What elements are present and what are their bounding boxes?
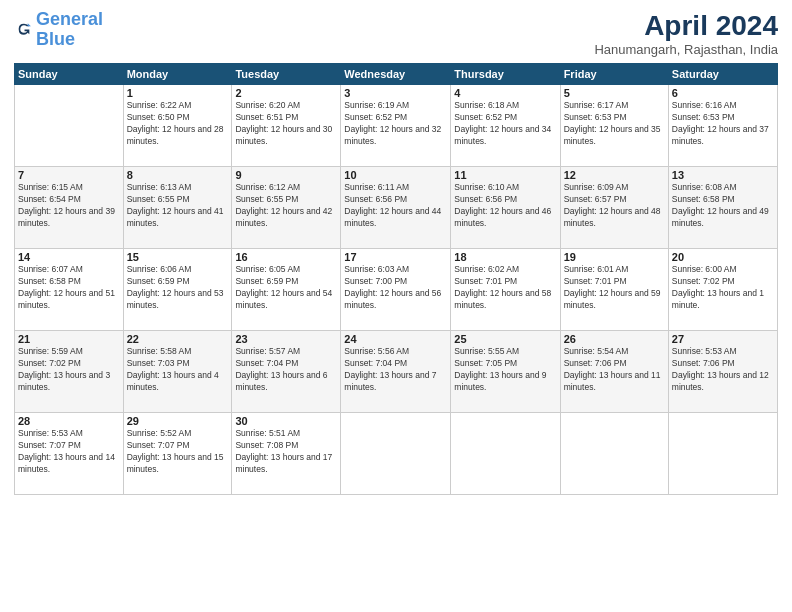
day-info: Sunrise: 6:18 AMSunset: 6:52 PMDaylight:… bbox=[454, 100, 556, 148]
day-info: Sunrise: 5:56 AMSunset: 7:04 PMDaylight:… bbox=[344, 346, 447, 394]
day-number: 28 bbox=[18, 415, 120, 427]
day-info: Sunrise: 5:57 AMSunset: 7:04 PMDaylight:… bbox=[235, 346, 337, 394]
day-info: Sunrise: 6:03 AMSunset: 7:00 PMDaylight:… bbox=[344, 264, 447, 312]
day-number: 8 bbox=[127, 169, 229, 181]
calendar-cell: 6Sunrise: 6:16 AMSunset: 6:53 PMDaylight… bbox=[668, 85, 777, 167]
day-info: Sunrise: 6:13 AMSunset: 6:55 PMDaylight:… bbox=[127, 182, 229, 230]
day-number: 26 bbox=[564, 333, 665, 345]
day-info: Sunrise: 5:51 AMSunset: 7:08 PMDaylight:… bbox=[235, 428, 337, 476]
day-info: Sunrise: 6:02 AMSunset: 7:01 PMDaylight:… bbox=[454, 264, 556, 312]
day-number: 3 bbox=[344, 87, 447, 99]
calendar-cell: 7Sunrise: 6:15 AMSunset: 6:54 PMDaylight… bbox=[15, 167, 124, 249]
calendar-header-row: SundayMondayTuesdayWednesdayThursdayFrid… bbox=[15, 64, 778, 85]
day-number: 1 bbox=[127, 87, 229, 99]
day-number: 30 bbox=[235, 415, 337, 427]
day-number: 19 bbox=[564, 251, 665, 263]
day-number: 24 bbox=[344, 333, 447, 345]
day-info: Sunrise: 6:00 AMSunset: 7:02 PMDaylight:… bbox=[672, 264, 774, 312]
day-number: 21 bbox=[18, 333, 120, 345]
day-info: Sunrise: 6:20 AMSunset: 6:51 PMDaylight:… bbox=[235, 100, 337, 148]
calendar-cell: 20Sunrise: 6:00 AMSunset: 7:02 PMDayligh… bbox=[668, 249, 777, 331]
day-header-friday: Friday bbox=[560, 64, 668, 85]
day-info: Sunrise: 5:53 AMSunset: 7:06 PMDaylight:… bbox=[672, 346, 774, 394]
day-number: 29 bbox=[127, 415, 229, 427]
calendar-cell: 1Sunrise: 6:22 AMSunset: 6:50 PMDaylight… bbox=[123, 85, 232, 167]
calendar-cell: 12Sunrise: 6:09 AMSunset: 6:57 PMDayligh… bbox=[560, 167, 668, 249]
day-number: 6 bbox=[672, 87, 774, 99]
day-number: 16 bbox=[235, 251, 337, 263]
calendar-cell: 25Sunrise: 5:55 AMSunset: 7:05 PMDayligh… bbox=[451, 331, 560, 413]
calendar-cell bbox=[560, 413, 668, 495]
day-info: Sunrise: 6:10 AMSunset: 6:56 PMDaylight:… bbox=[454, 182, 556, 230]
header: General Blue April 2024 Hanumangarh, Raj… bbox=[14, 10, 778, 57]
calendar-cell: 16Sunrise: 6:05 AMSunset: 6:59 PMDayligh… bbox=[232, 249, 341, 331]
day-number: 7 bbox=[18, 169, 120, 181]
calendar-table: SundayMondayTuesdayWednesdayThursdayFrid… bbox=[14, 63, 778, 495]
day-info: Sunrise: 6:06 AMSunset: 6:59 PMDaylight:… bbox=[127, 264, 229, 312]
subtitle: Hanumangarh, Rajasthan, India bbox=[594, 42, 778, 57]
day-number: 27 bbox=[672, 333, 774, 345]
day-number: 9 bbox=[235, 169, 337, 181]
day-number: 13 bbox=[672, 169, 774, 181]
day-number: 18 bbox=[454, 251, 556, 263]
day-info: Sunrise: 6:19 AMSunset: 6:52 PMDaylight:… bbox=[344, 100, 447, 148]
calendar-cell: 5Sunrise: 6:17 AMSunset: 6:53 PMDaylight… bbox=[560, 85, 668, 167]
calendar-cell: 2Sunrise: 6:20 AMSunset: 6:51 PMDaylight… bbox=[232, 85, 341, 167]
day-number: 15 bbox=[127, 251, 229, 263]
day-header-thursday: Thursday bbox=[451, 64, 560, 85]
calendar-cell: 15Sunrise: 6:06 AMSunset: 6:59 PMDayligh… bbox=[123, 249, 232, 331]
day-number: 25 bbox=[454, 333, 556, 345]
calendar-cell: 17Sunrise: 6:03 AMSunset: 7:00 PMDayligh… bbox=[341, 249, 451, 331]
calendar-cell: 18Sunrise: 6:02 AMSunset: 7:01 PMDayligh… bbox=[451, 249, 560, 331]
day-info: Sunrise: 6:17 AMSunset: 6:53 PMDaylight:… bbox=[564, 100, 665, 148]
day-header-sunday: Sunday bbox=[15, 64, 124, 85]
day-info: Sunrise: 6:01 AMSunset: 7:01 PMDaylight:… bbox=[564, 264, 665, 312]
calendar-cell: 3Sunrise: 6:19 AMSunset: 6:52 PMDaylight… bbox=[341, 85, 451, 167]
day-header-saturday: Saturday bbox=[668, 64, 777, 85]
calendar-cell: 26Sunrise: 5:54 AMSunset: 7:06 PMDayligh… bbox=[560, 331, 668, 413]
calendar-cell: 8Sunrise: 6:13 AMSunset: 6:55 PMDaylight… bbox=[123, 167, 232, 249]
calendar-week-1: 1Sunrise: 6:22 AMSunset: 6:50 PMDaylight… bbox=[15, 85, 778, 167]
day-info: Sunrise: 6:05 AMSunset: 6:59 PMDaylight:… bbox=[235, 264, 337, 312]
day-number: 4 bbox=[454, 87, 556, 99]
logo-icon bbox=[16, 21, 32, 37]
day-number: 5 bbox=[564, 87, 665, 99]
calendar-week-2: 7Sunrise: 6:15 AMSunset: 6:54 PMDaylight… bbox=[15, 167, 778, 249]
day-header-monday: Monday bbox=[123, 64, 232, 85]
month-title: April 2024 bbox=[594, 10, 778, 42]
calendar-week-4: 21Sunrise: 5:59 AMSunset: 7:02 PMDayligh… bbox=[15, 331, 778, 413]
day-info: Sunrise: 6:11 AMSunset: 6:56 PMDaylight:… bbox=[344, 182, 447, 230]
calendar-cell: 4Sunrise: 6:18 AMSunset: 6:52 PMDaylight… bbox=[451, 85, 560, 167]
calendar-week-5: 28Sunrise: 5:53 AMSunset: 7:07 PMDayligh… bbox=[15, 413, 778, 495]
day-number: 20 bbox=[672, 251, 774, 263]
day-info: Sunrise: 5:54 AMSunset: 7:06 PMDaylight:… bbox=[564, 346, 665, 394]
calendar-cell: 22Sunrise: 5:58 AMSunset: 7:03 PMDayligh… bbox=[123, 331, 232, 413]
day-number: 23 bbox=[235, 333, 337, 345]
calendar-cell bbox=[451, 413, 560, 495]
calendar-cell: 11Sunrise: 6:10 AMSunset: 6:56 PMDayligh… bbox=[451, 167, 560, 249]
calendar-cell: 10Sunrise: 6:11 AMSunset: 6:56 PMDayligh… bbox=[341, 167, 451, 249]
calendar-cell: 21Sunrise: 5:59 AMSunset: 7:02 PMDayligh… bbox=[15, 331, 124, 413]
calendar-cell bbox=[341, 413, 451, 495]
day-info: Sunrise: 5:59 AMSunset: 7:02 PMDaylight:… bbox=[18, 346, 120, 394]
day-info: Sunrise: 6:15 AMSunset: 6:54 PMDaylight:… bbox=[18, 182, 120, 230]
calendar-cell: 19Sunrise: 6:01 AMSunset: 7:01 PMDayligh… bbox=[560, 249, 668, 331]
day-info: Sunrise: 5:55 AMSunset: 7:05 PMDaylight:… bbox=[454, 346, 556, 394]
day-number: 14 bbox=[18, 251, 120, 263]
calendar-cell: 30Sunrise: 5:51 AMSunset: 7:08 PMDayligh… bbox=[232, 413, 341, 495]
day-number: 17 bbox=[344, 251, 447, 263]
day-info: Sunrise: 5:58 AMSunset: 7:03 PMDaylight:… bbox=[127, 346, 229, 394]
calendar-cell bbox=[668, 413, 777, 495]
calendar-cell: 23Sunrise: 5:57 AMSunset: 7:04 PMDayligh… bbox=[232, 331, 341, 413]
day-number: 2 bbox=[235, 87, 337, 99]
calendar-cell: 9Sunrise: 6:12 AMSunset: 6:55 PMDaylight… bbox=[232, 167, 341, 249]
calendar-cell bbox=[15, 85, 124, 167]
day-info: Sunrise: 6:08 AMSunset: 6:58 PMDaylight:… bbox=[672, 182, 774, 230]
calendar-cell: 24Sunrise: 5:56 AMSunset: 7:04 PMDayligh… bbox=[341, 331, 451, 413]
day-info: Sunrise: 6:22 AMSunset: 6:50 PMDaylight:… bbox=[127, 100, 229, 148]
logo: General Blue bbox=[14, 10, 103, 50]
day-info: Sunrise: 6:07 AMSunset: 6:58 PMDaylight:… bbox=[18, 264, 120, 312]
day-header-tuesday: Tuesday bbox=[232, 64, 341, 85]
page: General Blue April 2024 Hanumangarh, Raj… bbox=[0, 0, 792, 612]
logo-text: General Blue bbox=[36, 10, 103, 50]
